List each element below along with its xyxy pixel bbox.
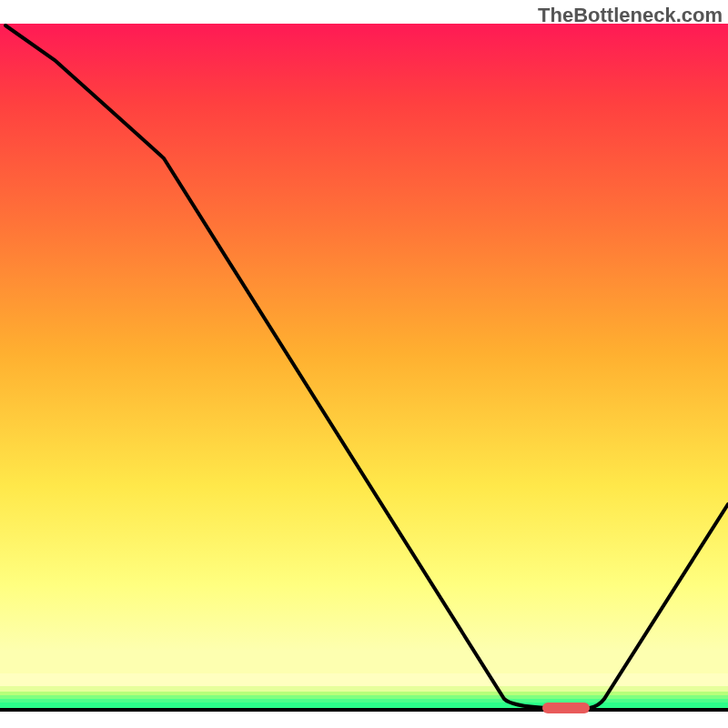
optimum-marker: [542, 703, 590, 713]
bottleneck-curve: [5, 25, 728, 708]
gradient-plot: [0, 0, 728, 728]
bottleneck-curve-layer: [0, 0, 728, 728]
watermark-text: TheBottleneck.com: [538, 4, 723, 27]
